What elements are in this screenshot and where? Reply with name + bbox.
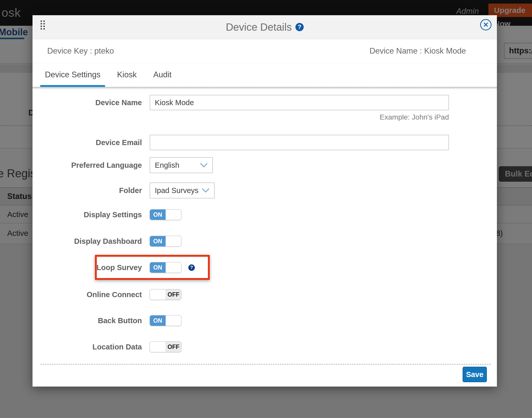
online-connect-label: Online Connect xyxy=(33,289,142,300)
toggle-off-segment: OFF xyxy=(166,289,181,300)
loop-survey-toggle[interactable]: ON xyxy=(150,262,181,273)
toggle-off-segment xyxy=(166,262,181,273)
location-data-toggle[interactable]: OFF xyxy=(150,341,181,352)
device-email-label: Device Email xyxy=(33,135,142,150)
tab-kiosk[interactable]: Kiosk xyxy=(112,63,141,87)
tab-audit[interactable]: Audit xyxy=(149,63,176,87)
display-dashboard-label: Display Dashboard xyxy=(33,236,142,247)
online-connect-toggle[interactable]: OFF xyxy=(150,289,181,300)
modal-title-group: Device Details ? xyxy=(226,21,304,33)
toggle-off-segment: OFF xyxy=(166,342,181,352)
toggle-off-segment xyxy=(166,315,181,326)
footer-separator xyxy=(40,364,491,365)
toggle-on-segment: ON xyxy=(150,262,166,273)
folder-select[interactable]: Ipad Surveys xyxy=(150,182,215,198)
toggle-off-segment xyxy=(166,236,181,246)
modal-tabs: Device Settings Kiosk Audit xyxy=(33,63,497,87)
help-icon[interactable]: ? xyxy=(295,23,304,31)
location-data-label: Location Data xyxy=(33,341,142,352)
loop-survey-help-icon[interactable]: ? xyxy=(188,264,195,271)
display-settings-label: Display Settings xyxy=(33,209,142,220)
device-key-row: Device Key : pteko Device Name : Kiosk M… xyxy=(33,39,497,63)
loop-survey-label: Loop Survey xyxy=(33,262,142,273)
preferred-language-value: English xyxy=(155,161,179,170)
device-details-modal: Device Details ? ✕ Device Key : pteko De… xyxy=(33,15,497,387)
display-dashboard-toggle[interactable]: ON xyxy=(150,236,181,247)
display-settings-toggle[interactable]: ON xyxy=(150,209,181,220)
toggle-on-segment: ON xyxy=(150,210,166,220)
chevron-down-icon xyxy=(200,163,208,168)
device-key-text: Device Key : pteko xyxy=(47,46,114,56)
folder-value: Ipad Surveys xyxy=(155,186,198,195)
tab-device-settings[interactable]: Device Settings xyxy=(40,63,105,87)
toggle-on-segment xyxy=(150,342,166,352)
toggle-off-segment xyxy=(166,210,181,220)
device-name-helper: Example: John's iPad xyxy=(380,113,449,121)
drag-handle-icon[interactable] xyxy=(41,20,45,31)
device-name-label: Device Name xyxy=(33,95,142,110)
preferred-language-label: Preferred Language xyxy=(33,157,142,173)
preferred-language-select[interactable]: English xyxy=(150,157,213,173)
device-email-input[interactable] xyxy=(150,135,449,150)
modal-header: Device Details ? ✕ xyxy=(33,15,497,39)
device-name-input[interactable] xyxy=(150,95,449,110)
save-button[interactable]: Save xyxy=(463,367,487,382)
close-icon[interactable]: ✕ xyxy=(480,19,491,30)
back-button-toggle[interactable]: ON xyxy=(150,315,181,326)
back-button-label: Back Button xyxy=(33,315,142,326)
toggle-on-segment: ON xyxy=(150,236,166,246)
device-name-text: Device Name : Kiosk Mode xyxy=(369,46,466,56)
toggle-on-segment: ON xyxy=(150,315,166,326)
chevron-down-icon xyxy=(202,188,209,193)
folder-label: Folder xyxy=(33,182,142,198)
modal-title: Device Details xyxy=(226,21,292,33)
toggle-on-segment xyxy=(150,289,166,300)
